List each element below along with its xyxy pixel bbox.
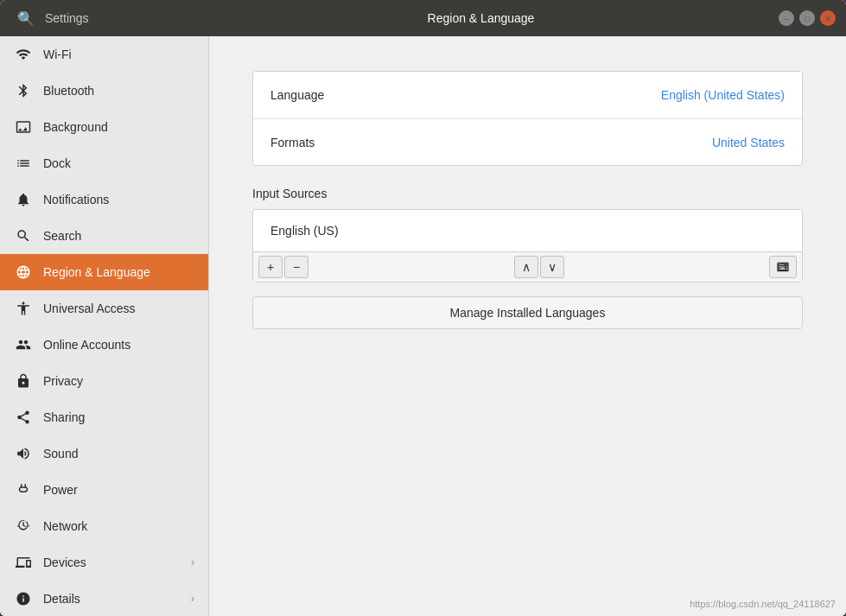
sidebar-item-search-label: Search [43,229,194,243]
sidebar-item-notifications[interactable]: Notifications [0,181,208,218]
power-icon [14,480,33,499]
move-up-button[interactable]: ∧ [514,256,538,278]
titlebar-search-icon[interactable]: 🔍 [10,3,41,34]
input-sources-title: Input Sources [252,187,803,200]
minimize-button[interactable]: – [779,10,794,26]
main-layout: Wi-Fi Bluetooth Background [0,36,846,616]
sidebar-item-devices[interactable]: Devices › [0,544,208,581]
sidebar-item-privacy-label: Privacy [43,374,194,388]
sidebar-item-online-accounts-label: Online Accounts [43,338,194,352]
sidebar-item-network-label: Network [43,519,194,533]
sidebar-item-devices-label: Devices [43,556,191,569]
sidebar-item-online-accounts[interactable]: Online Accounts [0,327,208,363]
window-controls: – □ ✕ [779,10,836,26]
window-title: Region & Language [183,11,779,25]
input-sources-toolbar: + − ∧ ∨ [253,251,802,282]
universal-access-icon [14,299,33,318]
sound-icon [14,444,33,463]
sidebar-item-universal-access-label: Universal Access [43,302,194,315]
details-chevron-icon: › [191,593,194,605]
wifi-icon [14,45,33,64]
content-area: Language English (United States) Formats… [209,36,846,616]
language-formats-card: Language English (United States) Formats… [252,71,803,166]
sidebar-item-dock[interactable]: Dock [0,145,208,181]
sidebar-item-background-label: Background [43,120,194,134]
sidebar-item-search[interactable]: Search [0,218,208,254]
app-title: Settings [45,11,183,25]
sidebar-item-notifications-label: Notifications [43,193,194,206]
sidebar-item-details[interactable]: Details › [0,581,208,616]
move-down-button[interactable]: ∨ [540,256,564,278]
sidebar-item-background[interactable]: Background [0,109,208,145]
sidebar-item-sharing[interactable]: Sharing [0,399,208,435]
online-accounts-icon [14,335,33,354]
sidebar-item-dock-label: Dock [43,156,194,170]
notifications-icon [14,190,33,209]
devices-icon [14,553,33,572]
input-source-nav-group: ∧ ∨ [514,256,564,278]
sidebar-item-bluetooth-label: Bluetooth [43,84,194,98]
add-input-source-button[interactable]: + [258,256,283,278]
sidebar-item-universal-access[interactable]: Universal Access [0,290,208,327]
formats-value: United States [712,136,785,149]
sidebar-item-power[interactable]: Power [0,472,208,508]
sidebar-item-details-label: Details [43,592,191,606]
close-button[interactable]: ✕ [820,10,836,26]
dock-icon [14,154,33,173]
sharing-icon [14,408,33,427]
language-value: English (United States) [661,88,785,102]
region-icon [14,263,33,282]
settings-window: 🔍 Settings Region & Language – □ ✕ Wi-Fi [0,0,846,616]
language-label: Language [270,88,661,102]
sidebar-item-region-language[interactable]: Region & Language [0,254,208,290]
language-row[interactable]: Language English (United States) [253,72,802,118]
network-icon [14,517,33,536]
search-icon [14,226,33,245]
formats-label: Formats [270,136,712,149]
manage-installed-languages-button[interactable]: Manage Installed Languages [252,296,803,329]
sidebar-item-power-label: Power [43,483,194,497]
sidebar-item-sharing-label: Sharing [43,410,194,424]
bluetooth-icon [14,81,33,100]
sidebar-item-network[interactable]: Network [0,508,208,544]
input-sources-card: English (US) + − ∧ ∨ [252,209,803,283]
input-source-item[interactable]: English (US) [253,210,802,251]
sidebar-item-region-language-label: Region & Language [43,265,194,279]
devices-chevron-icon: › [191,556,194,568]
sidebar-item-wifi-label: Wi-Fi [43,48,194,61]
sidebar: Wi-Fi Bluetooth Background [0,36,209,616]
sidebar-item-sound[interactable]: Sound [0,435,208,472]
sidebar-item-bluetooth[interactable]: Bluetooth [0,73,208,109]
background-icon [14,117,33,137]
privacy-icon [14,372,33,391]
maximize-button[interactable]: □ [799,10,815,26]
formats-row[interactable]: Formats United States [253,118,802,165]
details-icon [14,589,33,608]
sidebar-item-privacy[interactable]: Privacy [0,363,208,399]
titlebar: 🔍 Settings Region & Language – □ ✕ [0,0,846,36]
sidebar-item-wifi[interactable]: Wi-Fi [0,36,208,73]
remove-input-source-button[interactable]: − [284,256,309,278]
keyboard-preview-button[interactable] [769,256,797,278]
sidebar-item-sound-label: Sound [43,447,194,460]
